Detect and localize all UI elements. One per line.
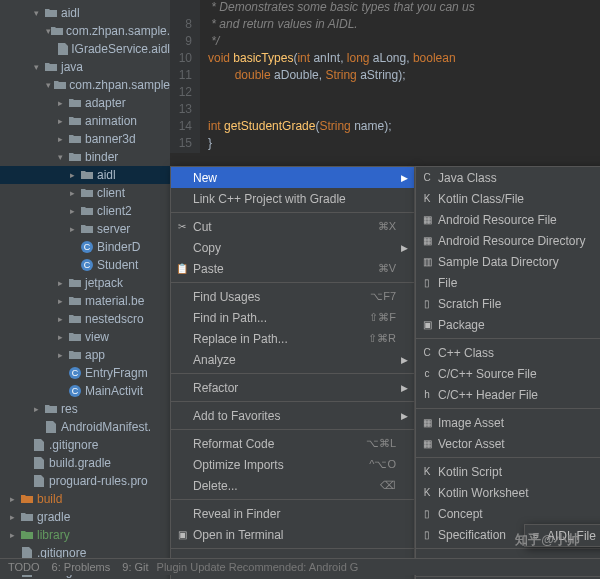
code-content[interactable] [200,102,600,119]
tree-item-view[interactable]: ▸view [0,328,170,346]
menu-item-add-to-favorites[interactable]: Add to Favorites▶ [171,405,414,426]
tree-item-com-zhpan-sample-binder-aidl[interactable]: ▾com.zhpan.sample.binder.aidl [0,22,170,40]
menu-item-image-asset[interactable]: ▦Image Asset [416,412,600,433]
code-content[interactable]: * Demonstrates some basic types that you… [200,0,600,17]
code-line[interactable]: 8 * and return values in AIDL. [170,17,600,34]
menu-item-cut[interactable]: ✂Cut⌘X [171,216,414,237]
menu-item-c-c---source-file[interactable]: cC/C++ Source File [416,363,600,384]
tree-item-aidl[interactable]: ▸aidl [0,166,170,184]
status-git[interactable]: 9: Git [122,561,148,573]
chevron-icon[interactable]: ▸ [70,188,80,198]
tree-item-androidmanifest-[interactable]: AndroidManifest. [0,418,170,436]
chevron-icon[interactable]: ▸ [70,206,80,216]
menu-item-delete---[interactable]: Delete...⌫ [171,475,414,496]
status-todo[interactable]: TODO [8,561,40,573]
chevron-icon[interactable]: ▸ [58,134,68,144]
tree-item-student[interactable]: CStudent [0,256,170,274]
menu-item-kotlin-class-file[interactable]: KKotlin Class/File [416,188,600,209]
code-content[interactable]: } [200,136,600,153]
tree-item-server[interactable]: ▸server [0,220,170,238]
tree-item-com-zhpan-sample[interactable]: ▾com.zhpan.sample [0,76,170,94]
chevron-icon[interactable]: ▸ [58,296,68,306]
menu-item-link-c---project-with-gradle[interactable]: Link C++ Project with Gradle [171,188,414,209]
tree-item-igradeservice-aidl[interactable]: IGradeService.aidl [0,40,170,58]
menu-item-copy[interactable]: Copy▶ [171,237,414,258]
tree-item-nestedscro[interactable]: ▸nestedscro [0,310,170,328]
menu-item-new[interactable]: New▶ [171,167,414,188]
tree-item--gitignore[interactable]: .gitignore [0,436,170,454]
tree-item-gradle[interactable]: ▸gradle [0,508,170,526]
menu-item-find-in-path---[interactable]: Find in Path...⇧⌘F [171,307,414,328]
tree-item-library[interactable]: ▸library [0,526,170,544]
code-line[interactable]: * Demonstrates some basic types that you… [170,0,600,17]
chevron-icon[interactable]: ▸ [58,350,68,360]
menu-item-paste[interactable]: 📋Paste⌘V [171,258,414,279]
code-line[interactable]: 13 [170,102,600,119]
chevron-icon[interactable]: ▾ [34,8,44,18]
code-line[interactable]: 10void basicTypes(int anInt, long aLong,… [170,51,600,68]
tree-item-material-be[interactable]: ▸material.be [0,292,170,310]
tree-item-aidl[interactable]: ▾aidl [0,4,170,22]
menu-item-optimize-imports[interactable]: Optimize Imports^⌥O [171,454,414,475]
menu-item-android-resource-file[interactable]: ▦Android Resource File [416,209,600,230]
menu-item-scratch-file[interactable]: ▯Scratch File⇧⌘N [416,293,600,314]
menu-item-kotlin-script[interactable]: KKotlin Script [416,461,600,482]
tree-item-adapter[interactable]: ▸adapter [0,94,170,112]
menu-item-file[interactable]: ▯File [416,272,600,293]
chevron-icon[interactable]: ▸ [58,332,68,342]
code-content[interactable]: double aDouble, String aString); [200,68,600,85]
tree-item-app[interactable]: ▸app [0,346,170,364]
tree-item-entryfragm[interactable]: CEntryFragm [0,364,170,382]
chevron-icon[interactable]: ▾ [58,152,68,162]
chevron-icon[interactable]: ▸ [34,404,44,414]
menu-item-reformat-code[interactable]: Reformat Code⌥⌘L [171,433,414,454]
chevron-icon[interactable]: ▸ [58,278,68,288]
tree-item-proguard-rules-pro[interactable]: proguard-rules.pro [0,472,170,490]
menu-item-java-class[interactable]: CJava Class [416,167,600,188]
menu-item-kotlin-worksheet[interactable]: KKotlin Worksheet [416,482,600,503]
menu-item-find-usages[interactable]: Find Usages⌥F7 [171,286,414,307]
chevron-icon[interactable]: ▾ [46,80,54,90]
menu-item-reveal-in-finder[interactable]: Reveal in Finder [171,503,414,524]
tree-item-binder[interactable]: ▾binder [0,148,170,166]
menu-item-android-resource-directory[interactable]: ▦Android Resource Directory [416,230,600,251]
status-problems[interactable]: 6: Problems [52,561,111,573]
menu-item-vector-asset[interactable]: ▦Vector Asset [416,433,600,454]
tree-item-res[interactable]: ▸res [0,400,170,418]
chevron-icon[interactable]: ▸ [10,494,20,504]
tree-item-client[interactable]: ▸client [0,184,170,202]
tree-item-mainactivit[interactable]: CMainActivit [0,382,170,400]
menu-item-c---class[interactable]: CC++ Class [416,342,600,363]
code-line[interactable]: 9 */ [170,34,600,51]
menu-item-c-c---header-file[interactable]: hC/C++ Header File [416,384,600,405]
tree-item-banner3d[interactable]: ▸banner3d [0,130,170,148]
tree-item-binderd[interactable]: CBinderD [0,238,170,256]
chevron-icon[interactable]: ▸ [70,224,80,234]
code-content[interactable]: void basicTypes(int anInt, long aLong, b… [200,51,600,68]
menu-item-concept[interactable]: ▯Concept [416,503,600,524]
chevron-icon[interactable]: ▸ [58,314,68,324]
tree-item-build-gradle[interactable]: build.gradle [0,454,170,472]
code-line[interactable]: 11 double aDouble, String aString); [170,68,600,85]
chevron-icon[interactable]: ▸ [58,98,68,108]
code-content[interactable] [200,85,600,102]
menu-item-refactor[interactable]: Refactor▶ [171,377,414,398]
menu-item-sample-data-directory[interactable]: ▥Sample Data Directory [416,251,600,272]
chevron-icon[interactable]: ▸ [58,116,68,126]
chevron-icon[interactable]: ▸ [70,170,80,180]
tree-item-client2[interactable]: ▸client2 [0,202,170,220]
menu-item-open-in-terminal[interactable]: ▣Open in Terminal [171,524,414,545]
code-content[interactable]: * and return values in AIDL. [200,17,600,34]
tree-item-jetpack[interactable]: ▸jetpack [0,274,170,292]
tree-item-animation[interactable]: ▸animation [0,112,170,130]
code-line[interactable]: 14int getStudentGrade(String name); [170,119,600,136]
tree-item-java[interactable]: ▾java [0,58,170,76]
menu-item-analyze[interactable]: Analyze▶ [171,349,414,370]
code-content[interactable]: */ [200,34,600,51]
chevron-icon[interactable]: ▾ [34,62,44,72]
chevron-icon[interactable]: ▸ [10,530,20,540]
code-line[interactable]: 12 [170,85,600,102]
code-content[interactable]: int getStudentGrade(String name); [200,119,600,136]
menu-item-package[interactable]: ▣Package [416,314,600,335]
tree-item-build[interactable]: ▸build [0,490,170,508]
